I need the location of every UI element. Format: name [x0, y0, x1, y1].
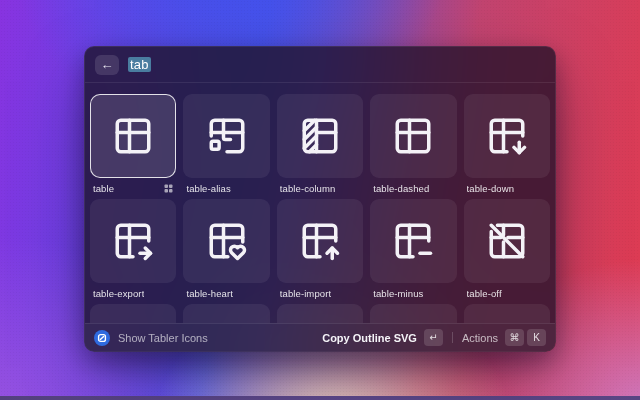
icon-cell-table-dashed[interactable] [370, 94, 456, 178]
actions-button[interactable]: Actions [462, 332, 498, 344]
icon-cell-table-export[interactable] [90, 199, 176, 283]
icon-cell-partial[interactable] [183, 304, 269, 323]
icon-result-partial [370, 304, 456, 323]
icon-result-table-export: table-export [90, 199, 176, 304]
table-dashed-icon [392, 115, 434, 157]
screen-bottom-strip [0, 396, 640, 400]
table-minus-icon [392, 220, 434, 262]
icon-label-row: table-column [277, 178, 363, 199]
grid-indicator-icon [164, 184, 173, 193]
icon-label: table-alias [186, 183, 230, 194]
icon-result-partial [277, 304, 363, 323]
icon-label-row: table [90, 178, 176, 199]
icon-cell-partial[interactable] [464, 304, 550, 323]
icon-result-table-alias: table-alias [183, 94, 269, 199]
icon-result-table-down: table-down [464, 94, 550, 199]
icon-label: table [93, 183, 114, 194]
icon-label-row: table-alias [183, 178, 269, 199]
icon-cell-table-off[interactable] [464, 199, 550, 283]
back-button[interactable]: ← [95, 55, 119, 75]
icon-label-row: table-off [464, 283, 550, 304]
tabler-extension-icon [94, 330, 110, 346]
icon-result-partial [183, 304, 269, 323]
k-key-badge: K [527, 329, 546, 346]
icon-label-row: table-minus [370, 283, 456, 304]
icon-result-table: table [90, 94, 176, 199]
icon-cell-partial[interactable] [90, 304, 176, 323]
icon-label: table-off [467, 288, 502, 299]
icon-cell-table-heart[interactable] [183, 199, 269, 283]
icon-result-table-column: table-column [277, 94, 363, 199]
icon-result-table-off: table-off [464, 199, 550, 304]
icon-cell-table-import[interactable] [277, 199, 363, 283]
icon-grid: tabletable-aliastable-columntable-dashed… [85, 83, 555, 323]
table-off-icon [486, 220, 528, 262]
icon-cell-table-alias[interactable] [183, 94, 269, 178]
search-input[interactable]: tab [128, 57, 151, 72]
icon-label: table-export [93, 288, 144, 299]
icon-label: table-dashed [373, 183, 429, 194]
table-import-icon [299, 220, 341, 262]
icon-result-table-minus: table-minus [370, 199, 456, 304]
icon-cell-table-down[interactable] [464, 94, 550, 178]
back-arrow-icon: ← [101, 58, 114, 71]
icon-search-window: ← tab tabletable-aliastable-columntable-… [84, 46, 556, 352]
icon-cell-partial[interactable] [370, 304, 456, 323]
icon-label-row: table-dashed [370, 178, 456, 199]
icon-label-row: table-heart [183, 283, 269, 304]
icon-result-partial [90, 304, 176, 323]
icon-result-table-dashed: table-dashed [370, 94, 456, 199]
icon-label-row: table-import [277, 283, 363, 304]
table-icon [112, 115, 154, 157]
icon-result-partial [464, 304, 550, 323]
icon-cell-table[interactable] [90, 94, 176, 178]
icon-cell-table-column[interactable] [277, 94, 363, 178]
extension-label: Show Tabler Icons [118, 332, 208, 344]
icon-label: table-heart [186, 288, 233, 299]
search-header: ← tab [85, 47, 555, 83]
table-column-icon [299, 115, 341, 157]
icon-cell-table-minus[interactable] [370, 199, 456, 283]
primary-action-button[interactable]: Copy Outline SVG [322, 332, 417, 344]
icon-label: table-minus [373, 288, 423, 299]
icon-label: table-down [467, 183, 514, 194]
icon-result-table-heart: table-heart [183, 199, 269, 304]
icon-label: table-column [280, 183, 336, 194]
footer-bar: Show Tabler Icons Copy Outline SVG ↵ Act… [85, 323, 555, 351]
icon-label-row: table-export [90, 283, 176, 304]
footer-divider [452, 332, 453, 343]
icon-result-table-import: table-import [277, 199, 363, 304]
icon-label: table-import [280, 288, 331, 299]
cmd-key-badge: ⌘ [505, 329, 524, 346]
table-export-icon [112, 220, 154, 262]
search-query-selected-text: tab [128, 57, 151, 72]
enter-key-badge: ↵ [424, 329, 443, 346]
table-heart-icon [206, 220, 248, 262]
table-down-icon [486, 115, 528, 157]
table-alias-icon [206, 115, 248, 157]
icon-label-row: table-down [464, 178, 550, 199]
icon-cell-partial[interactable] [277, 304, 363, 323]
